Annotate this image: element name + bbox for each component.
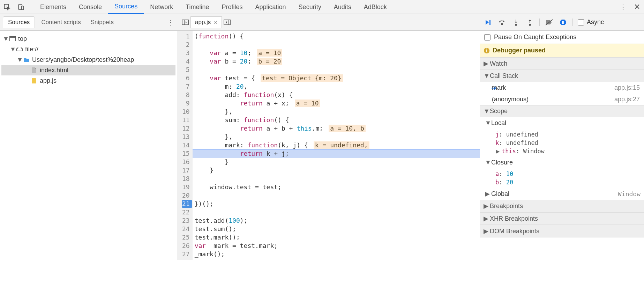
code-editor[interactable]: 1234567891011121314151617181920212223242… xyxy=(177,31,480,260)
main-tab-adblock[interactable]: AdBlock xyxy=(358,0,393,14)
code-line[interactable]: var _mark = test.mark; xyxy=(193,242,480,250)
line-number[interactable]: 10 xyxy=(182,108,190,116)
watch-header[interactable]: ▶Watch xyxy=(480,57,644,70)
line-number[interactable]: 17 xyxy=(182,166,190,175)
code-line[interactable]: }, xyxy=(193,108,480,116)
tree-file-index[interactable]: index.html xyxy=(1,65,175,75)
step-over-icon[interactable] xyxy=(497,18,507,27)
callstack-frame[interactable]: (anonymous)app.js:27 xyxy=(480,94,644,105)
code-line[interactable]: } xyxy=(193,166,480,175)
line-gutter[interactable]: 1234567891011121314151617181920212223242… xyxy=(177,31,193,260)
code-line[interactable]: test.add(100); xyxy=(193,216,480,225)
line-number[interactable]: 18 xyxy=(182,175,190,183)
breakpoints-header[interactable]: ▶Breakpoints xyxy=(480,200,644,212)
code-line[interactable] xyxy=(193,66,480,74)
scope-header[interactable]: ▼Scope xyxy=(480,105,644,117)
code-line[interactable]: } xyxy=(193,158,480,166)
main-tab-security[interactable]: Security xyxy=(292,0,328,14)
code-line[interactable] xyxy=(193,208,480,216)
inspect-element-icon[interactable] xyxy=(0,0,14,14)
line-number[interactable]: 26 xyxy=(182,242,190,250)
line-number[interactable]: 9 xyxy=(182,99,190,108)
line-number[interactable]: 4 xyxy=(182,57,190,66)
step-into-icon[interactable] xyxy=(511,18,521,27)
code-line[interactable]: m: 20, xyxy=(193,82,480,91)
code-line[interactable]: var b = 20;b = 20 xyxy=(193,57,480,66)
dom-breakpoints-header[interactable]: ▶DOM Breakpoints xyxy=(480,225,644,237)
callstack-frame[interactable]: markapp.js:15 xyxy=(480,82,644,94)
main-tab-elements[interactable]: Elements xyxy=(34,0,73,14)
pause-caught-exceptions[interactable]: Pause On Caught Exceptions xyxy=(480,31,644,44)
code-line[interactable]: add: function(x) { xyxy=(193,91,480,99)
pause-exceptions-icon[interactable] xyxy=(559,18,568,27)
line-number[interactable]: 11 xyxy=(182,116,190,124)
code-line[interactable]: test.sum(); xyxy=(193,225,480,233)
code-line[interactable]: sum: function() { xyxy=(193,116,480,124)
code-line[interactable]: _mark(); xyxy=(193,250,480,258)
scope-this[interactable]: ▶this: Window xyxy=(495,147,644,155)
code-line[interactable]: mark: function(k, j) {k = undefined, xyxy=(193,141,480,149)
code-line[interactable]: (function() { xyxy=(193,32,480,41)
main-tab-sources[interactable]: Sources xyxy=(108,0,144,14)
navigator-more-icon[interactable]: ⋮ xyxy=(167,18,174,27)
close-devtools-icon[interactable]: ✕ xyxy=(630,0,644,14)
line-number[interactable]: 12 xyxy=(182,124,190,133)
code-line[interactable]: return k + j; xyxy=(193,149,480,158)
scope-closure-header[interactable]: ▼Closure xyxy=(480,157,644,168)
main-tab-console[interactable]: Console xyxy=(73,0,108,14)
async-checkbox[interactable]: Async xyxy=(578,19,604,26)
callstack-header[interactable]: ▼Call Stack xyxy=(480,70,644,82)
line-number[interactable]: 23 xyxy=(182,216,190,225)
editor-tab-appjs[interactable]: app.js × xyxy=(190,16,222,28)
line-number[interactable]: 3 xyxy=(182,49,190,57)
line-number[interactable]: 15 xyxy=(182,149,190,158)
line-number[interactable]: 19 xyxy=(182,183,190,191)
resume-icon[interactable] xyxy=(484,18,493,27)
code-line[interactable]: return a + b + this.m;a = 10, b xyxy=(193,124,480,133)
code-line[interactable]: window.test = test; xyxy=(193,183,480,191)
line-number[interactable]: 24 xyxy=(182,225,190,233)
code-content[interactable]: (function() { var a = 10;a = 10 var b = … xyxy=(193,31,480,260)
device-toggle-icon[interactable] xyxy=(14,0,28,14)
main-tab-application[interactable]: Application xyxy=(249,0,292,14)
tree-origin[interactable]: ▼ file:// xyxy=(1,44,175,54)
code-line[interactable] xyxy=(193,175,480,183)
scope-local-header[interactable]: ▼Local xyxy=(480,117,644,129)
line-number[interactable]: 20 xyxy=(182,191,190,200)
async-checkbox-input[interactable] xyxy=(578,19,584,25)
tree-top[interactable]: ▼ top xyxy=(1,34,175,44)
line-number[interactable]: 8 xyxy=(182,91,190,99)
code-line[interactable]: })(); xyxy=(193,200,480,208)
deactivate-breakpoints-icon[interactable] xyxy=(545,18,554,27)
code-line[interactable]: var test = {test = Object {m: 20} xyxy=(193,74,480,82)
code-line[interactable] xyxy=(193,41,480,49)
line-number[interactable]: 27 xyxy=(182,250,190,258)
line-number[interactable]: 5 xyxy=(182,66,190,74)
main-tab-timeline[interactable]: Timeline xyxy=(179,0,215,14)
pause-caught-exceptions-input[interactable] xyxy=(484,34,491,41)
code-line[interactable]: test.mark(); xyxy=(193,233,480,242)
navigator-tab-snippets[interactable]: Snippets xyxy=(87,17,117,28)
line-number[interactable]: 2 xyxy=(182,41,190,49)
line-number[interactable]: 7 xyxy=(182,82,190,91)
close-tab-icon[interactable]: × xyxy=(214,19,217,26)
code-line[interactable]: return a + x;a = 10 xyxy=(193,99,480,108)
code-line[interactable] xyxy=(193,191,480,200)
line-number[interactable]: 1 xyxy=(182,32,190,41)
tree-file-appjs[interactable]: app.js xyxy=(1,75,175,86)
line-number[interactable]: 25 xyxy=(182,233,190,242)
more-icon[interactable]: ⋮ xyxy=(616,0,630,14)
main-tab-profiles[interactable]: Profiles xyxy=(216,0,249,14)
line-number[interactable]: 13 xyxy=(182,133,190,141)
code-line[interactable]: var a = 10;a = 10 xyxy=(193,49,480,57)
navigator-tab-content-scripts[interactable]: Content scripts xyxy=(38,17,84,28)
main-tab-audits[interactable]: Audits xyxy=(328,0,358,14)
step-out-icon[interactable] xyxy=(525,18,534,27)
tree-folder[interactable]: ▼ Users/yangbo/Desktop/test%20heap xyxy=(1,54,175,65)
line-number[interactable]: 6 xyxy=(182,74,190,82)
show-navigator-icon[interactable] xyxy=(180,20,190,25)
navigator-tab-sources[interactable]: Sources xyxy=(3,16,35,28)
line-number[interactable]: 14 xyxy=(182,141,190,149)
main-tab-network[interactable]: Network xyxy=(144,0,179,14)
line-number[interactable]: 16 xyxy=(182,158,190,166)
